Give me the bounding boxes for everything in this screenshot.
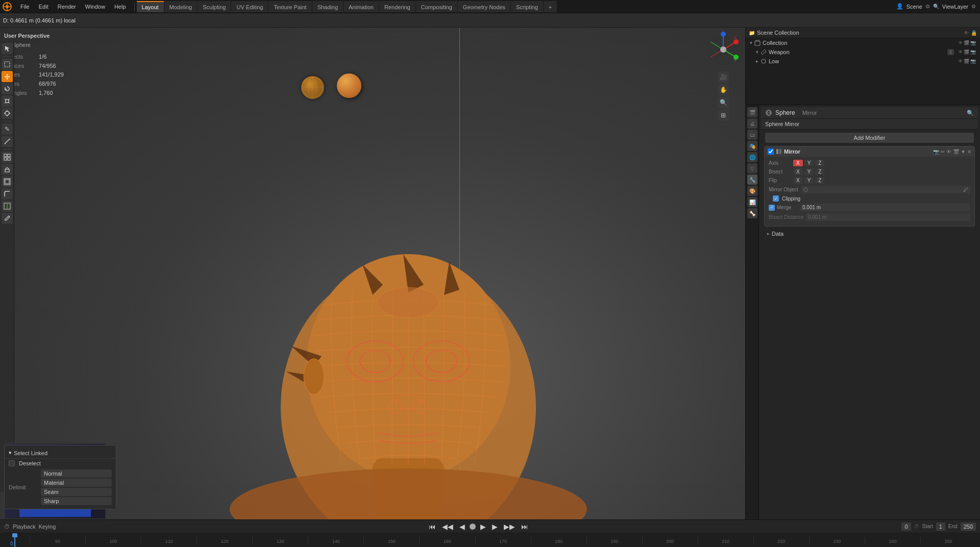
deselect-checkbox[interactable] [9,460,15,466]
weapon-row[interactable]: ▾ Weapon 2 👁 🎬 📷 [746,47,980,57]
tab-shading[interactable]: Shading [312,1,343,12]
zoom-camera-btn[interactable]: 🎥 [718,71,729,83]
prev-key-btn[interactable]: ◀◀ [440,523,455,531]
knife-tool[interactable] [2,213,13,224]
world-props-tab[interactable]: 🌐 [747,152,757,162]
tab-sculpting[interactable]: Sculpting [198,1,231,12]
props-search-btn[interactable]: 🔍 [967,110,974,116]
current-frame-input[interactable]: 0 [901,523,911,531]
tab-modeling[interactable]: Modeling [164,1,198,12]
merge-checkbox[interactable]: ✓ [769,205,775,211]
move-tool[interactable] [2,71,13,82]
merge-value[interactable]: 0.001 m [800,204,970,211]
low-row[interactable]: ▸ Low 👁 🎬 📷 [746,57,980,66]
scale-tool[interactable] [2,95,13,107]
skip-end-btn[interactable]: ⏭ [520,523,530,531]
coll-render-toggle[interactable]: 📷 [970,40,976,45]
nav-gizmo[interactable]: X Y Z [705,32,741,67]
data-section-header[interactable]: ▸ Data [764,229,975,239]
tab-texture-paint[interactable]: Texture Paint [268,1,311,12]
view-layer-tab[interactable]: 🗂 [747,130,757,140]
tab-scripting[interactable]: Scripting [511,1,543,12]
pan-btn[interactable]: ✋ [718,84,729,95]
mod-cam-icon[interactable]: 📷 [933,149,939,155]
render-props-tab[interactable]: 🎬 [747,107,757,117]
zoom-btn[interactable]: 🔍 [718,97,729,108]
tab-animation[interactable]: Animation [344,1,379,12]
tab-rendering[interactable]: Rendering [379,1,415,12]
tab-layout[interactable]: Layout [137,1,164,12]
bevel-tool[interactable] [2,188,13,200]
bisect-z-btn[interactable]: Z [815,168,824,175]
end-frame-input[interactable]: 250 [961,523,976,531]
scene-props-tab[interactable]: 🎭 [747,141,757,151]
clipping-checkbox[interactable]: ✓ [773,195,779,202]
data-props-tab[interactable]: 📊 [747,197,757,207]
mirror-object-field[interactable]: ⬡ 🖊 [801,186,970,193]
flip-y-btn[interactable]: Y [804,177,814,184]
annotate-tool[interactable]: ✎ [2,123,13,135]
restrict-toggle[interactable]: 🔒 [971,30,977,36]
add-modifier-btn[interactable]: Add Modifier [765,133,974,143]
play-btn[interactable]: ▶ [479,523,487,531]
axis-z-btn[interactable]: Z [815,160,824,166]
mod-close-icon[interactable]: ✕ [967,149,971,155]
flip-x-btn[interactable]: X [793,177,803,184]
mod-edit-icon[interactable]: ✏ [941,149,945,155]
menu-render[interactable]: Render [54,3,80,11]
measure-tool[interactable] [2,136,13,147]
object-props-tab[interactable]: ▽ [747,163,757,173]
tab-geometry-nodes[interactable]: Geometry Nodes [458,1,510,12]
add-mesh-tool[interactable] [2,152,13,163]
skip-start-btn[interactable]: ⏮ [427,523,437,531]
weapon-restrict-toggle[interactable]: 🎬 [964,49,969,55]
scene-label[interactable]: Scene [906,4,922,10]
tab-uv-editing[interactable]: UV Editing [231,1,268,12]
weapon-render-toggle[interactable]: 📷 [970,49,976,55]
cursor-tool[interactable] [2,43,13,54]
rotate-tool[interactable] [2,83,13,94]
mirror-object-edit-icon[interactable]: 🖊 [963,187,968,192]
timeline-ruler[interactable]: 0 90 100 110 120 130 140 150 160 170 180… [0,533,980,547]
output-props-tab[interactable]: 🖨 [747,118,757,129]
prev-frame-btn[interactable]: ◀ [458,523,467,531]
menu-help[interactable]: Help [110,3,130,11]
menu-file[interactable]: File [16,3,34,11]
grid-btn[interactable]: ⊞ [718,110,729,121]
weapon-visible-toggle[interactable]: 👁 [958,49,963,55]
delimit-normal[interactable]: Normal [41,469,112,478]
modifier-props-tab active[interactable]: 🔧 [747,175,757,185]
next-key-btn[interactable]: ▶▶ [502,523,517,531]
hide-toggle[interactable]: 👁 [964,30,969,36]
delimit-sharp[interactable]: Sharp [41,497,112,505]
low-visible-toggle[interactable]: 👁 [958,59,963,64]
bisect-x-btn[interactable]: X [793,168,803,175]
loop-cut-tool[interactable] [2,201,13,212]
axis-y-btn[interactable]: Y [804,160,814,166]
delimit-seam[interactable]: Seam [41,488,112,496]
menu-edit[interactable]: Edit [35,3,53,11]
delimit-material[interactable]: Material [41,479,112,487]
collection-row[interactable]: ▾ Collection 👁 🎬 📷 [746,38,980,47]
extrude-tool[interactable] [2,164,13,175]
bone-tab[interactable]: 🦴 [747,208,757,218]
menu-window[interactable]: Window [81,3,109,11]
shader-props-tab[interactable]: 🎨 [747,186,757,196]
inset-tool[interactable] [2,176,13,187]
next-frame-btn[interactable]: ▶ [491,523,499,531]
select-box-tool[interactable] [2,59,13,70]
low-render-toggle[interactable]: 📷 [970,59,976,64]
3d-viewport[interactable]: User Perspective (0) Sphere Objects1/6 V… [0,28,745,519]
mod-render-icon[interactable]: 🎬 [953,149,959,155]
axis-x-btn[interactable]: X [793,160,803,166]
start-frame-input[interactable]: 1 [936,523,945,531]
coll-restrict-toggle[interactable]: 🎬 [964,40,969,45]
low-restrict-toggle[interactable]: 🎬 [964,59,969,64]
transform-tool[interactable] [2,108,13,119]
keying-label[interactable]: Keying [39,524,56,530]
coll-visible-toggle[interactable]: 👁 [958,40,963,45]
tab-compositing[interactable]: Compositing [416,1,457,12]
flip-z-btn[interactable]: Z [815,177,824,184]
bisect-y-btn[interactable]: Y [804,168,814,175]
mod-apply-down-icon[interactable]: ▼ [961,149,966,155]
